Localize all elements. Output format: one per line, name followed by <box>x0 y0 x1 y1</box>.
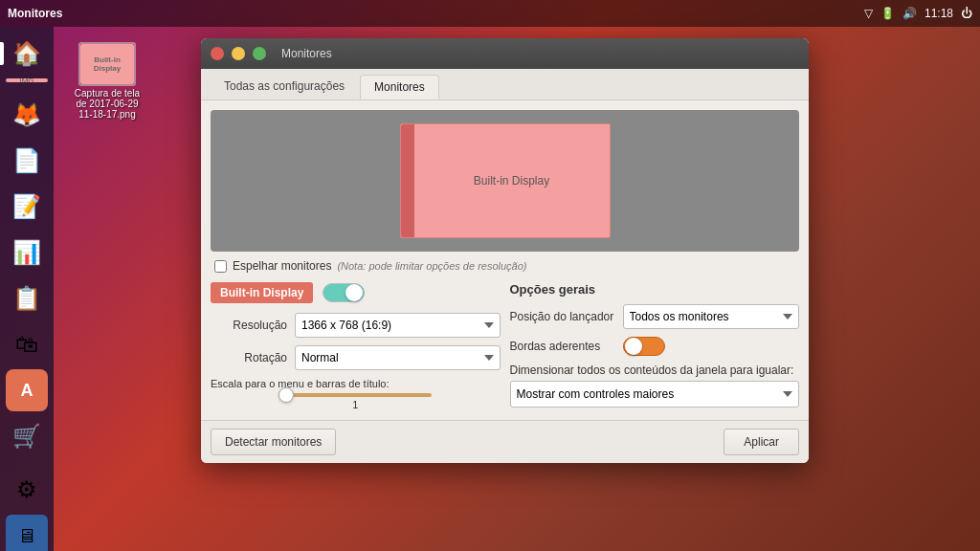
detect-monitors-button[interactable]: Detectar monitores <box>211 429 336 455</box>
dock-item-files[interactable]: 📄 <box>6 140 48 182</box>
window-title: Monitores <box>281 47 332 60</box>
settings-area: Built-in Display Resolução 1366 x 768 (1… <box>211 282 799 410</box>
resolution-label: Resolução <box>211 319 287 332</box>
dock-item-impress[interactable]: 📋 <box>6 277 48 320</box>
scale-slider[interactable] <box>278 393 432 397</box>
display-header: Built-in Display <box>211 282 501 303</box>
window-content: Built-in Display Espelhar monitores (Not… <box>201 100 809 420</box>
sticky-knob <box>625 338 642 355</box>
font-icon: A <box>21 381 33 401</box>
topbar-title: Monitores <box>8 7 62 20</box>
sticky-row: Bordas aderentes <box>510 337 800 356</box>
window-titlebar: Monitores <box>201 38 809 69</box>
window-close-button[interactable] <box>211 47 224 60</box>
thumb-display-name: Built-in Display <box>80 55 134 73</box>
writer-icon: 📝 <box>12 193 41 220</box>
toggle-knob <box>345 284 363 301</box>
dock-item-font[interactable]: A <box>6 369 48 411</box>
topbar: Monitores ▽ 🔋 🔊 11:18 ⏻ <box>0 0 980 27</box>
window-tabs: Todas as configurações Monitores <box>201 69 809 100</box>
dock-item-store[interactable]: 🛍 <box>6 323 48 365</box>
dock-item-calc[interactable]: 📊 <box>6 231 48 274</box>
dock-item-firefox[interactable]: 🦊 <box>6 94 48 136</box>
dock-screenshot-thumbnail[interactable]: IMG <box>6 78 48 82</box>
sticky-toggle[interactable] <box>623 337 665 356</box>
desktop-file-icon[interactable]: Built-in Display Captura de tela de 2017… <box>65 38 149 123</box>
window-maximize-button[interactable] <box>253 47 266 60</box>
rotation-select[interactable]: Normal 90° 180° 270° <box>295 345 501 370</box>
display-icon: 🖥 <box>17 525 36 547</box>
launcher-select[interactable]: Todos os monitores Monitor 1 <box>623 304 800 329</box>
dock-item-writer[interactable]: 📝 <box>6 186 48 228</box>
dock-item-home[interactable]: 🏠 <box>6 33 48 75</box>
mirror-checkbox[interactable] <box>214 260 227 273</box>
mirror-row: Espelhar monitores (Nota: pode limitar o… <box>211 259 799 273</box>
opcoes-gerais-title: Opções gerais <box>510 282 800 297</box>
power-icon[interactable]: ⏻ <box>961 7 972 20</box>
dock-item-amazon[interactable]: 🛒 <box>6 415 48 457</box>
window-minimize-button[interactable] <box>232 47 245 60</box>
desktop-icon-thumbnail: Built-in Display <box>78 42 136 86</box>
firefox-icon: 🦊 <box>12 101 41 128</box>
slider-value: 1 <box>352 399 358 410</box>
wifi-icon: ▽ <box>864 7 873 20</box>
resolution-select[interactable]: 1366 x 768 (16:9) 1280 x 720 (16:9) 1024… <box>295 313 501 338</box>
sticky-label: Bordas aderentes <box>510 340 615 353</box>
mirror-note-text: (Nota: pode limitar opções de resolução) <box>337 260 526 272</box>
launcher-label: Posição do lançador <box>510 310 615 323</box>
rotation-label: Rotação <box>211 351 287 364</box>
tab-all-settings[interactable]: Todas as configurações <box>211 75 358 99</box>
tab-monitors[interactable]: Monitores <box>360 75 439 99</box>
resize-section: Dimensionar todos os conteúdos da janela… <box>510 364 800 408</box>
calc-icon: 📊 <box>12 239 41 266</box>
amazon-icon: 🛒 <box>12 423 41 450</box>
topbar-right: ▽ 🔋 🔊 11:18 ⏻ <box>864 7 972 20</box>
desktop-icon-label: Captura de tela de 2017-06-29 11-18-17.p… <box>69 88 145 120</box>
impress-icon: 📋 <box>12 285 41 312</box>
monitor-sidebar-strip <box>401 124 414 237</box>
store-icon: 🛍 <box>15 331 38 358</box>
settings-left: Built-in Display Resolução 1366 x 768 (1… <box>211 282 501 410</box>
monitor-display-box[interactable]: Built-in Display <box>400 123 611 238</box>
dock-item-settings[interactable]: ⚙ <box>6 469 48 511</box>
resolution-row: Resolução 1366 x 768 (16:9) 1280 x 720 (… <box>211 313 501 338</box>
settings-icon: ⚙ <box>16 476 37 503</box>
monitors-window: Monitores Todas as configurações Monitor… <box>201 38 809 463</box>
slider-container: 1 <box>211 393 501 410</box>
files-icon: 📄 <box>12 147 41 174</box>
home-icon: 🏠 <box>12 40 41 67</box>
display-toggle[interactable] <box>323 283 365 302</box>
mirror-label-text: Espelhar monitores <box>233 259 331 273</box>
volume-icon: 🔊 <box>902 7 917 20</box>
dock-item-display[interactable]: 🖥 <box>6 515 48 551</box>
clock: 11:18 <box>924 7 953 20</box>
rotation-row: Rotação Normal 90° 180° 270° <box>211 345 501 370</box>
display-name-button[interactable]: Built-in Display <box>211 282 313 303</box>
settings-right: Opções gerais Posição do lançador Todos … <box>510 282 800 410</box>
scale-section: Escala para o menu e barras de título: 1 <box>211 378 501 410</box>
apply-button[interactable]: Aplicar <box>724 429 799 455</box>
screenshot-thumb-text: IMG <box>19 78 33 82</box>
window-bottom-bar: Detectar monitores Aplicar <box>201 420 809 463</box>
launcher-row: Posição do lançador Todos os monitores M… <box>510 304 800 329</box>
monitor-preview-area: Built-in Display <box>211 110 799 252</box>
battery-indicator: 🔋 <box>880 7 895 20</box>
resize-select[interactable]: Mostrar com controles maiores Mostrar co… <box>510 381 800 408</box>
resize-label: Dimensionar todos os conteúdos da janela… <box>510 364 800 377</box>
dock: 🏠 IMG 🦊 📄 📝 📊 📋 🛍 A 🛒 ⚙ 🖥 🗑 <box>0 27 54 551</box>
monitor-display-label: Built-in Display <box>474 174 549 187</box>
